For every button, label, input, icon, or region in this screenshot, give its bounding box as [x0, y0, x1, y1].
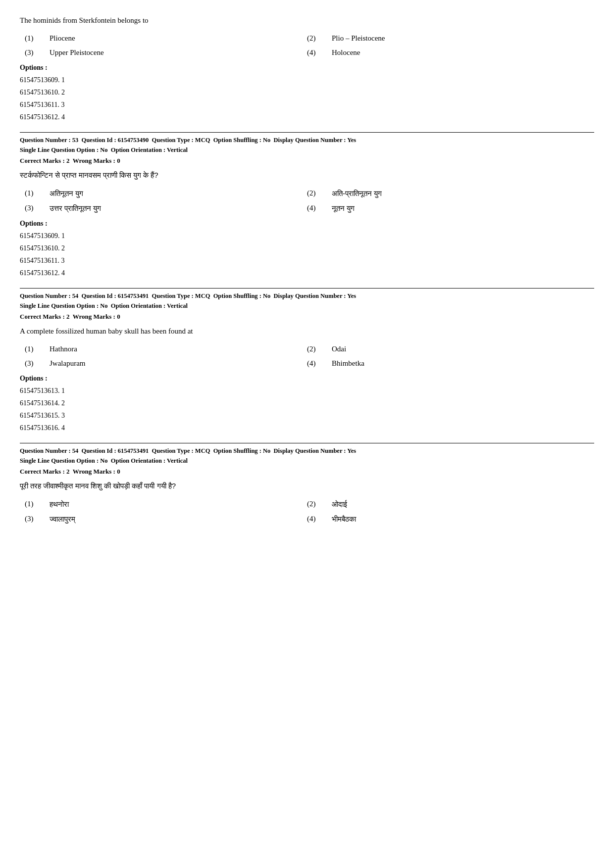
options-label-53hi: Options :	[20, 220, 594, 228]
option-text: हथनोरा	[50, 500, 69, 509]
meta-54b: Question Number : 54 Question Id : 61547…	[20, 443, 594, 466]
option-num: (4)	[307, 48, 322, 57]
option-text: Plio – Pleistocene	[332, 34, 385, 43]
options-grid-53-en: (1) Pliocene (2) Plio – Pleistocene (3) …	[20, 34, 594, 57]
meta-text-54b: Question Number : 54 Question Id : 61547…	[20, 447, 356, 464]
question-53-hi: स्टर्कफोन्टिन से प्राप्त मानवसम प्राणी क…	[20, 170, 594, 279]
options-grid-54-en: (1) Hathnora (2) Odai (3) Jwalapuram (4)…	[20, 345, 594, 368]
option-4-54en: (4) Bhimbetka	[307, 359, 589, 368]
option-3-53en: (3) Upper Pleistocene	[25, 48, 307, 57]
option-num: (2)	[307, 500, 322, 508]
option-codes-54en: 61547513613. 1 61547513614. 2 6154751361…	[20, 385, 594, 434]
option-num: (1)	[25, 500, 40, 508]
option-num: (1)	[25, 189, 40, 197]
code-1: 61547513609. 1	[20, 230, 594, 242]
option-1-53en: (1) Pliocene	[25, 34, 307, 43]
option-1-54hi: (1) हथनोरा	[25, 500, 307, 509]
option-4-54hi: (4) भीमबैठका	[307, 515, 589, 524]
option-num: (3)	[25, 204, 40, 212]
option-text: Holocene	[332, 48, 360, 57]
question-text-53-hi: स्टर्कफोन्टिन से प्राप्त मानवसम प्राणी क…	[20, 170, 594, 181]
option-1-54en: (1) Hathnora	[25, 345, 307, 353]
question-text-54-hi: पूरी तरह जीवाश्मीकृत मानव शिशु की खोपड़ी…	[20, 481, 594, 492]
option-text: ओदाई	[332, 500, 347, 509]
code-4: 61547513612. 4	[20, 111, 594, 123]
option-text: अतिनूतन युग	[50, 189, 83, 198]
code-4: 61547513612. 4	[20, 267, 594, 279]
option-2-53hi: (2) अति-प्रातिनूतन युग	[307, 189, 589, 198]
option-text: Pliocene	[50, 34, 75, 43]
option-text: Upper Pleistocene	[50, 48, 104, 57]
code-1: 61547513609. 1	[20, 74, 594, 86]
option-codes-53hi: 61547513609. 1 61547513610. 2 6154751361…	[20, 230, 594, 280]
option-num: (1)	[25, 34, 40, 43]
option-4-53hi: (4) नूतन युग	[307, 204, 589, 213]
question-text-54-en: A complete fossilized human baby skull h…	[20, 326, 594, 337]
code-2: 61547513614. 2	[20, 397, 594, 409]
option-text: भीमबैठका	[332, 515, 356, 524]
option-text: उत्तर प्रातिनूतन युग	[50, 204, 101, 213]
options-grid-53-hi: (1) अतिनूतन युग (2) अति-प्रातिनूतन युग (…	[20, 189, 594, 213]
question-53-en: The hominids from Sterkfontein belongs t…	[20, 15, 594, 123]
option-3-54hi: (3) ज्वालापुरम्	[25, 515, 307, 524]
option-text: Hathnora	[50, 345, 77, 353]
option-4-53en: (4) Holocene	[307, 48, 589, 57]
code-3: 61547513611. 3	[20, 98, 594, 111]
option-num: (3)	[25, 515, 40, 523]
code-2: 61547513610. 2	[20, 86, 594, 98]
option-2-54en: (2) Odai	[307, 345, 589, 353]
options-grid-54-hi: (1) हथनोरा (2) ओदाई (3) ज्वालापुरम् (4) …	[20, 500, 594, 524]
option-text: ज्वालापुरम्	[50, 515, 75, 524]
option-text: नूतन युग	[332, 204, 355, 213]
option-codes-53en: 61547513609. 1 61547513610. 2 6154751361…	[20, 74, 594, 124]
option-text: Odai	[332, 345, 346, 353]
option-num: (3)	[25, 359, 40, 368]
option-num: (1)	[25, 345, 40, 353]
correct-marks-54a: Correct Marks : 2 Wrong Marks : 0	[20, 313, 594, 321]
code-4: 61547513616. 4	[20, 422, 594, 434]
option-num: (2)	[307, 189, 322, 197]
option-num: (2)	[307, 345, 322, 353]
option-3-53hi: (3) उत्तर प्रातिनूतन युग	[25, 204, 307, 213]
option-1-53hi: (1) अतिनूतन युग	[25, 189, 307, 198]
correct-marks-53: Correct Marks : 2 Wrong Marks : 0	[20, 157, 594, 165]
meta-54a: Question Number : 54 Question Id : 61547…	[20, 288, 594, 311]
correct-marks-54b: Correct Marks : 2 Wrong Marks : 0	[20, 468, 594, 476]
options-label-54en: Options :	[20, 375, 594, 383]
code-3: 61547513615. 3	[20, 409, 594, 422]
option-3-54en: (3) Jwalapuram	[25, 359, 307, 368]
meta-text-53: Question Number : 53 Question Id : 61547…	[20, 137, 356, 153]
option-2-53en: (2) Plio – Pleistocene	[307, 34, 589, 43]
code-3: 61547513611. 3	[20, 254, 594, 267]
option-num: (3)	[25, 48, 40, 57]
option-text: अति-प्रातिनूतन युग	[332, 189, 382, 198]
meta-53: Question Number : 53 Question Id : 61547…	[20, 132, 594, 155]
option-num: (2)	[307, 34, 322, 43]
meta-text-54a: Question Number : 54 Question Id : 61547…	[20, 292, 356, 309]
question-54-hi: पूरी तरह जीवाश्मीकृत मानव शिशु की खोपड़ी…	[20, 481, 594, 524]
option-num: (4)	[307, 515, 322, 523]
option-num: (4)	[307, 359, 322, 368]
option-num: (4)	[307, 204, 322, 212]
option-text: Jwalapuram	[50, 359, 85, 368]
question-text-53-en: The hominids from Sterkfontein belongs t…	[20, 15, 594, 26]
option-2-54hi: (2) ओदाई	[307, 500, 589, 509]
option-text: Bhimbetka	[332, 359, 364, 368]
code-1: 61547513613. 1	[20, 385, 594, 397]
question-54-en: A complete fossilized human baby skull h…	[20, 326, 594, 434]
options-label-53en: Options :	[20, 64, 594, 72]
code-2: 61547513610. 2	[20, 242, 594, 254]
